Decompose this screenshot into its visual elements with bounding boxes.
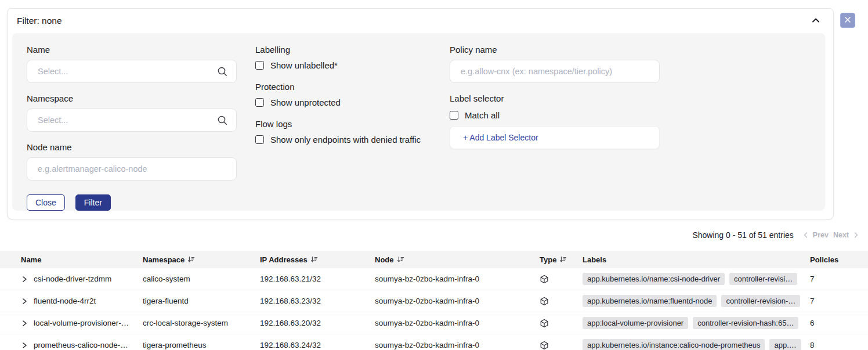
match-all-label: Match all	[465, 110, 500, 120]
column-header-label: Labels	[583, 255, 606, 264]
chevron-left-icon	[803, 232, 808, 239]
show-unprotected-label: Show unprotected	[270, 98, 341, 107]
sort-icon[interactable]	[397, 256, 404, 263]
label-chip: controller-revision-…	[721, 295, 800, 307]
column-header-label: Type	[540, 255, 556, 264]
column-header-label: Name	[21, 255, 41, 264]
column-header-label: Policies	[810, 255, 838, 264]
show-unlabelled-checkbox[interactable]	[255, 61, 264, 70]
label-chip: app:local-volume-provisioner	[583, 317, 688, 329]
denied-traffic-checkbox[interactable]	[255, 135, 264, 144]
endpoint-policies-count: 7	[810, 297, 854, 305]
panel-close-button[interactable]	[840, 13, 855, 28]
labelling-section-label: Labelling	[255, 45, 431, 55]
pod-type-icon	[540, 275, 583, 284]
sort-icon[interactable]	[559, 256, 567, 263]
sort-icon[interactable]	[187, 256, 195, 263]
namespace-field-label: Namespace	[27, 93, 237, 103]
column-header-ip-addresses[interactable]: IP Addresses	[260, 255, 375, 264]
node-name-field[interactable]	[27, 157, 237, 181]
endpoint-name: local-volume-provisioner-…	[34, 319, 129, 327]
column-header-namespace[interactable]: Namespace	[143, 255, 260, 264]
denied-traffic-label: Show only endpoints with denied traffic	[270, 135, 421, 145]
entries-count: Showing 0 - 51 of 51 entries	[692, 230, 793, 240]
label-chip: controller-revisi…	[729, 273, 797, 285]
table-body: csi-node-driver-tzdmm calico-system 192.…	[0, 268, 868, 350]
pagination: Showing 0 - 51 of 51 entries Prev Next	[692, 230, 859, 240]
search-icon	[217, 66, 228, 80]
namespace-select[interactable]	[27, 109, 237, 132]
policy-name-field-label: Policy name	[450, 45, 660, 55]
filter-panel-header: Filter: none	[8, 9, 833, 31]
pod-type-icon	[540, 341, 583, 350]
endpoint-ip: 192.168.63.23/32	[260, 297, 375, 305]
name-field-label: Name	[27, 45, 237, 55]
column-header-node[interactable]: Node	[375, 255, 540, 264]
name-select-input[interactable]	[27, 60, 236, 82]
endpoint-ip: 192.168.63.20/32	[260, 319, 375, 327]
expand-row-chevron-icon[interactable]	[21, 297, 28, 305]
node-name-field-label: Node name	[27, 142, 237, 152]
show-unprotected-checkbox[interactable]	[255, 98, 264, 107]
table-row[interactable]: local-volume-provisioner-… crc-local-sto…	[0, 312, 868, 334]
label-chip: app.kubernetes.io/name:csi-node-driver	[583, 273, 725, 285]
table-header-row: NameNamespace IP Addresses Node	[0, 251, 868, 268]
column-header-policies: Policies	[810, 255, 854, 264]
column-header-labels: Labels	[583, 255, 810, 264]
add-label-selector-button[interactable]: + Add Label Selector	[450, 126, 660, 149]
policy-name-input[interactable]	[450, 60, 659, 82]
table-row[interactable]: prometheus-calico-node-… tigera-promethe…	[0, 334, 868, 350]
pod-type-icon	[540, 319, 583, 328]
node-name-input[interactable]	[27, 158, 236, 180]
endpoint-node: soumya-bz-0zbo-kadm-infra-0	[375, 297, 540, 305]
endpoint-node: soumya-bz-0zbo-kadm-infra-0	[375, 341, 540, 349]
label-chip: app.…	[769, 339, 801, 350]
match-all-checkbox[interactable]	[450, 111, 458, 120]
label-chip: controller-revision-hash:65…	[693, 317, 798, 329]
endpoint-policies-count: 8	[810, 341, 854, 349]
prev-page-button[interactable]: Prev	[813, 231, 829, 239]
endpoint-ip: 192.168.63.21/32	[260, 275, 375, 283]
endpoint-node: soumya-bz-0zbo-kadm-infra-0	[375, 319, 540, 327]
close-button[interactable]: Close	[27, 194, 65, 211]
endpoint-node: soumya-bz-0zbo-kadm-infra-0	[375, 275, 540, 283]
filter-button[interactable]: Filter	[75, 194, 111, 211]
endpoint-policies-count: 7	[810, 275, 854, 283]
flow-logs-section-label: Flow logs	[255, 119, 431, 129]
endpoint-namespace: tigera-fluentd	[143, 297, 260, 305]
protection-section-label: Protection	[255, 82, 431, 92]
column-header-label: Node	[375, 255, 394, 264]
next-page-button[interactable]: Next	[833, 231, 849, 239]
column-header-label: Namespace	[143, 255, 185, 264]
endpoint-labels: app:local-volume-provisionercontroller-r…	[583, 317, 810, 329]
endpoint-namespace: tigera-prometheus	[143, 341, 260, 349]
endpoints-table: NameNamespace IP Addresses Node	[0, 251, 868, 350]
policy-name-field[interactable]	[450, 60, 660, 83]
endpoint-name: prometheus-calico-node-…	[34, 341, 128, 349]
search-icon	[217, 115, 228, 128]
label-chip: app.kubernetes.io/name:fluentd-node	[583, 295, 717, 307]
show-unlabelled-label: Show unlabelled*	[270, 60, 338, 70]
name-select[interactable]	[27, 60, 237, 83]
expand-row-chevron-icon[interactable]	[21, 319, 28, 327]
sort-icon[interactable]	[310, 256, 318, 263]
column-header-name: Name	[21, 255, 143, 264]
endpoint-ip: 192.168.63.24/32	[260, 341, 375, 349]
collapse-panel-button[interactable]	[811, 17, 820, 26]
expand-row-chevron-icon[interactable]	[21, 275, 28, 283]
filter-panel: Filter: none Name Namespace	[7, 8, 834, 219]
label-selector-section-label: Label selector	[450, 93, 660, 103]
column-header-label: IP Addresses	[260, 255, 308, 264]
pod-type-icon	[540, 297, 583, 306]
namespace-select-input[interactable]	[27, 109, 236, 131]
expand-row-chevron-icon[interactable]	[21, 341, 28, 349]
table-row[interactable]: csi-node-driver-tzdmm calico-system 192.…	[0, 268, 868, 290]
filter-panel-body: Name Namespace Node name Close Filt	[12, 33, 825, 211]
close-icon	[844, 16, 851, 25]
filter-panel-title: Filter: none	[17, 16, 62, 26]
column-header-type[interactable]: Type	[540, 255, 583, 264]
endpoint-policies-count: 6	[810, 319, 854, 327]
table-row[interactable]: fluentd-node-4rr2t tigera-fluentd 192.16…	[0, 290, 868, 312]
chevron-up-icon	[811, 17, 820, 26]
chevron-right-icon	[853, 232, 859, 239]
